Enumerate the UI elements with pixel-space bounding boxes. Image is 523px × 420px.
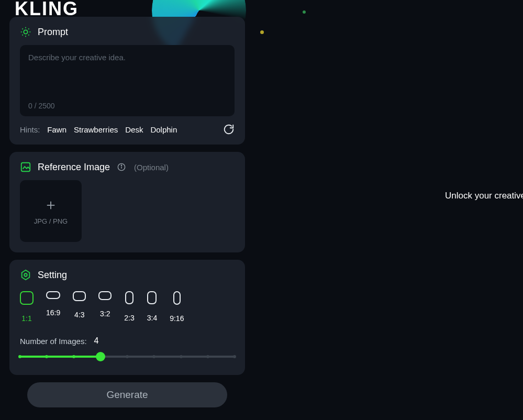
ratio-shape-icon [147, 291, 157, 304]
setting-header: Setting [20, 269, 235, 281]
hint-chip[interactable]: Dolphin [150, 125, 177, 134]
slider-tick [206, 355, 209, 358]
hints-row: Hints: Fawn Strawberries Desk Dolphin [20, 124, 235, 135]
svg-point-12 [121, 165, 121, 165]
sidebar: Prompt Describe your creative idea. 0 / … [9, 12, 245, 407]
num-images-value: 4 [94, 336, 99, 346]
prompt-header: Prompt [20, 26, 235, 38]
sun-icon [20, 26, 31, 38]
reference-title: Reference Image [38, 162, 110, 173]
generate-wrap: Generate [9, 382, 245, 407]
ratio-label: 3:2 [100, 310, 110, 318]
num-images-slider[interactable] [20, 352, 235, 361]
ratio-shape-icon [46, 291, 60, 299]
num-images-row: Number of Images: 4 [20, 336, 235, 346]
decorative-dot [260, 30, 264, 34]
ratio-shape-icon [125, 291, 133, 304]
ratio-label: 3:4 [147, 314, 157, 322]
svg-point-14 [24, 273, 27, 277]
char-counter: 0 / 2500 [28, 102, 55, 110]
ratio-label: 9:16 [170, 314, 184, 323]
ratio-label: 1:1 [21, 314, 31, 323]
optional-label: (Optional) [134, 163, 169, 172]
refresh-hints-button[interactable] [223, 124, 235, 135]
slider-tick [233, 355, 236, 358]
svg-marker-13 [22, 270, 30, 280]
prompt-input[interactable]: Describe your creative idea. 0 / 2500 [20, 45, 235, 116]
svg-line-3 [23, 29, 23, 29]
svg-line-8 [28, 29, 29, 29]
ratio-shape-icon [173, 291, 181, 305]
hexagon-icon [20, 269, 31, 281]
slider-tick [45, 355, 48, 358]
hint-chip[interactable]: Fawn [47, 125, 66, 134]
ratio-label: 2:3 [124, 314, 134, 322]
slider-tick [18, 355, 21, 358]
ratio-shape-icon [20, 291, 34, 305]
ratio-label: 16:9 [46, 308, 60, 317]
svg-line-4 [28, 35, 29, 35]
slider-fill [20, 356, 101, 358]
aspect-ratio-9-16[interactable]: 9:16 [170, 291, 184, 323]
prompt-title: Prompt [38, 27, 68, 38]
hints-label: Hints: [20, 125, 40, 134]
info-icon[interactable] [117, 163, 126, 171]
slider-tick [72, 355, 75, 358]
ratio-shape-icon [73, 291, 86, 301]
aspect-ratio-1-1[interactable]: 1:1 [20, 291, 34, 323]
hint-chip[interactable]: Strawberries [74, 125, 118, 134]
ratio-shape-icon [98, 291, 112, 300]
slider-tick [180, 355, 183, 358]
upload-image-button[interactable]: ＋ JPG / PNG [20, 180, 82, 242]
plus-icon: ＋ [43, 197, 58, 212]
generate-button[interactable]: Generate [27, 382, 227, 407]
num-images-label: Number of Images: [20, 337, 87, 346]
svg-line-7 [23, 35, 23, 35]
refresh-icon [223, 124, 235, 135]
prompt-panel: Prompt Describe your creative idea. 0 / … [9, 17, 245, 145]
aspect-ratio-3-4[interactable]: 3:4 [147, 291, 157, 323]
aspect-ratio-row: 1:116:94:33:22:33:49:16 [20, 291, 235, 323]
svg-point-0 [24, 30, 27, 34]
upload-formats: JPG / PNG [34, 217, 68, 225]
slider-thumb[interactable] [96, 352, 105, 361]
image-icon [20, 161, 31, 173]
aspect-ratio-2-3[interactable]: 2:3 [124, 291, 134, 323]
setting-panel: Setting 1:116:94:33:22:33:49:16 Number o… [9, 260, 245, 375]
reference-header: Reference Image (Optional) [20, 161, 235, 173]
aspect-ratio-4-3[interactable]: 4:3 [73, 291, 86, 323]
hint-chip[interactable]: Desk [125, 125, 143, 134]
prompt-placeholder: Describe your creative idea. [28, 53, 226, 62]
slider-tick [126, 355, 129, 358]
aspect-ratio-3-2[interactable]: 3:2 [98, 291, 112, 323]
slider-tick [152, 355, 155, 358]
aspect-ratio-16-9[interactable]: 16:9 [46, 291, 60, 323]
decorative-dot [303, 10, 306, 14]
reference-panel: Reference Image (Optional) ＋ JPG / PNG [9, 152, 245, 252]
setting-title: Setting [38, 270, 67, 281]
hero-text: Unlock your creative pot [445, 191, 523, 201]
ratio-label: 4:3 [74, 311, 84, 319]
